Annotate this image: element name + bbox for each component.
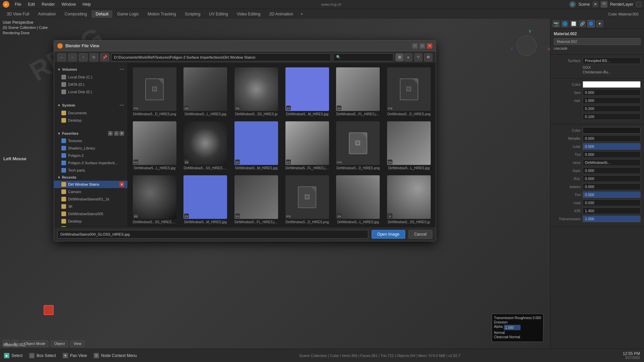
fb-item-3k[interactable]: 3K — [54, 203, 127, 210]
menu-file[interactable]: File — [12, 1, 24, 7]
rp-tint-value[interactable]: 0.000 — [583, 151, 641, 158]
fb-refresh-btn[interactable]: ↻ — [90, 53, 98, 61]
rp-irad-value[interactable]: 1.000 — [583, 97, 641, 104]
nav-gizmo[interactable]: Y X Z — [517, 36, 543, 62]
fb-item-textures[interactable]: Textures — [54, 137, 127, 144]
fb-item-dws005[interactable]: DirtWindowStains005 — [54, 210, 127, 218]
fb-thumb-14[interactable]: jpg DirtWindowS...M_HIRES.jpg — [181, 174, 230, 225]
fb-thumb-3[interactable]: jpg DirtWindowS...SS_HIRES.jp — [232, 66, 280, 117]
fb-volumes-section[interactable]: ▼ Volumes ⋯ — [54, 65, 127, 73]
fb-item-techparts[interactable]: Tech parts — [54, 167, 127, 174]
fb-bookmark-btn[interactable]: 📌 — [100, 53, 109, 61]
rp-material-icon[interactable]: 🔵 — [587, 20, 595, 27]
fb-thumb-17[interactable]: jpg DirtWindowS...L_HIRES.jpg — [334, 174, 382, 225]
fb-thumb-10[interactable]: jpg DirtWindowS...FL_HIRES.jpg — [283, 120, 331, 171]
fb-thumb-2[interactable]: jpg DirtWindowS...L_HIRES.jpg — [181, 66, 230, 117]
fb-thumb-1[interactable]: 🖼 png DirtWindowS...D_HIRES.png — [130, 66, 179, 117]
rp-specular-value[interactable]: 0.500 — [583, 143, 641, 150]
layer-dropdown[interactable]: Object — [51, 341, 68, 347]
fb-thumb-5[interactable]: jpg DirtWindowS...FL_HIRES.jpg — [334, 66, 382, 117]
fb-thumb-7[interactable]: jpg DirtWindowS...L_HIRES.jpg — [130, 120, 179, 171]
rp-ness-value[interactable]: DirtWindowSt... — [583, 159, 641, 166]
favorites-add-btn[interactable]: + — [108, 131, 113, 136]
fb-maximize-btn[interactable]: □ — [420, 43, 425, 49]
rp-camera-icon[interactable]: 📷 — [552, 20, 560, 27]
add-workspace-btn[interactable]: + — [298, 10, 306, 18]
tab-motiontracking[interactable]: Motion Tracking — [144, 10, 180, 18]
fb-up-btn[interactable]: ↑ — [79, 53, 88, 61]
fb-item-shaders[interactable]: Shaders_Library — [54, 144, 127, 152]
rp-object-icon[interactable]: ⬜ — [570, 20, 577, 27]
fb-item-dws001[interactable]: DirtWindowStains001_1k — [54, 195, 127, 203]
rp-topic-value[interactable]: 0.000 — [583, 167, 641, 174]
fb-close-btn[interactable]: ✕ — [427, 43, 432, 49]
fb-item-camaro[interactable]: Camaro — [54, 188, 127, 195]
scene-close-btn[interactable]: ✕ — [593, 2, 598, 7]
fb-thumb-15[interactable]: jpg DirtWindowS...FL_HIRES.jpg — [232, 174, 280, 225]
rp-ior-value[interactable]: 1.450 — [583, 207, 641, 214]
fb-settings-btn[interactable]: ⚙ — [424, 53, 432, 61]
fb-recents-section[interactable]: ▼ Recents — [54, 174, 127, 181]
fb-thumb-8[interactable]: jpg DirtWindowS...SS_HIRES.jpg — [181, 120, 230, 171]
rp-subsurface-value[interactable]: 0.000 — [583, 89, 641, 96]
object-mode-dropdown[interactable]: Object Mode — [21, 341, 48, 347]
favorites-remove-btn[interactable]: − — [114, 131, 119, 136]
fb-item-poligon3[interactable]: Poligon-3 Surface Imperfecti... — [54, 159, 127, 167]
rp-scene-icon[interactable]: 🌐 — [561, 20, 569, 27]
fb-system-more[interactable]: ⋯ — [54, 124, 127, 130]
tab-uvediting[interactable]: UV Editing — [205, 10, 232, 18]
tab-2danimation[interactable]: 2D Animation — [265, 10, 297, 18]
fb-grid-view-btn[interactable]: ⊞ — [395, 53, 404, 61]
fb-thumb-18[interactable]: jp DirtWindowS...SS_HIRES.jp — [385, 174, 433, 225]
fb-item-dirt-window[interactable]: Dirt Window Stains ✕ — [54, 181, 127, 188]
tab-default[interactable]: Default — [92, 10, 112, 18]
rp-val01-value[interactable]: 0.100 — [583, 113, 641, 120]
menu-render[interactable]: Render — [39, 1, 57, 7]
rp-transmission-value[interactable]: 1.000 — [583, 216, 641, 222]
menu-window[interactable]: Window — [59, 1, 78, 7]
menu-edit[interactable]: Edit — [25, 1, 38, 7]
fb-thumb-9[interactable]: jpg DirtWindowS...M_HIRES.jpg — [232, 120, 280, 171]
fb-filter-btn[interactable]: ▽ — [414, 53, 422, 61]
fb-favorites-section[interactable]: ▼ Favorites + − ▼ — [54, 130, 127, 137]
tab-gamelogic[interactable]: Game Logic — [113, 10, 143, 18]
fb-path-bar[interactable]: D:\Documents\Work\Ref\Textures\Poligon-3… — [111, 53, 331, 61]
rp-emission-color-swatch[interactable] — [583, 127, 641, 134]
fb-thumb-16[interactable]: 🖼 png DirtWindowS...D_HIRES.png — [283, 174, 331, 225]
fb-thumb-11[interactable]: 🖼 png DirtWindowS...D_HIRES.png — [334, 120, 382, 171]
rp-metallic-value[interactable]: 0.000 — [583, 135, 641, 142]
view-dropdown[interactable]: View — [70, 341, 85, 347]
tab-compositing[interactable]: Compositing — [61, 10, 91, 18]
fb-thumb-4[interactable]: jpg DirtWindowS...M_HIRES.jpg — [283, 66, 331, 117]
fb-volumes-more[interactable]: ⋯ — [54, 96, 127, 101]
fb-item-local-e[interactable]: Local Disk (E:) — [54, 88, 127, 96]
rp-surface-type[interactable]: Principled BS... — [583, 57, 641, 64]
recents-close-btn[interactable]: ✕ — [119, 182, 124, 187]
fb-open-btn[interactable]: Open Image — [372, 230, 405, 239]
menu-help[interactable]: Help — [80, 1, 94, 7]
rp-material-name-field[interactable]: Material.002 — [554, 38, 641, 45]
tab-videoediting[interactable]: Video Editing — [233, 10, 265, 18]
fb-item-poligon2[interactable]: Poligon-2 — [54, 152, 127, 159]
fb-item-data-d[interactable]: DATA (D:) — [54, 81, 127, 88]
tab-animation[interactable]: Animation — [34, 10, 60, 18]
fb-list-view-btn[interactable]: ≡ — [404, 53, 412, 61]
rp-tint2-value[interactable]: 0.500 — [583, 191, 641, 198]
fb-item-desktop[interactable]: Desktop — [54, 117, 127, 124]
rp-particles-icon[interactable]: ✦ — [596, 20, 603, 27]
tab-3dview[interactable]: 3D View Full — [3, 10, 33, 18]
tab-scripting[interactable]: Scripting — [181, 10, 205, 18]
fb-forward-btn[interactable]: → — [68, 53, 77, 61]
fb-minimize-btn[interactable]: ─ — [412, 43, 418, 49]
rp-base-color-swatch[interactable] — [583, 81, 641, 88]
rp-rot-value[interactable]: 0.000 — [583, 175, 641, 182]
fb-cancel-btn[interactable]: Cancel — [409, 230, 432, 239]
favorites-scroll-down[interactable]: ▼ — [119, 131, 124, 136]
fb-item-documents[interactable]: Documents — [54, 109, 127, 117]
fb-thumb-13[interactable]: jpg DirtWindowS...SS_HIRES.jpg — [130, 174, 179, 225]
rp-val02-value[interactable]: 0.200 — [583, 105, 641, 112]
render-layer-pin[interactable] — [636, 2, 641, 7]
fb-filename-field[interactable]: DirtWindowStains004_GLOSS_HIRES.jpg — [57, 230, 368, 239]
fb-thumb-12[interactable]: jpg DirtWindowS...L_HIRES.jpg — [385, 120, 433, 171]
fb-back-btn[interactable]: ← — [57, 53, 66, 61]
